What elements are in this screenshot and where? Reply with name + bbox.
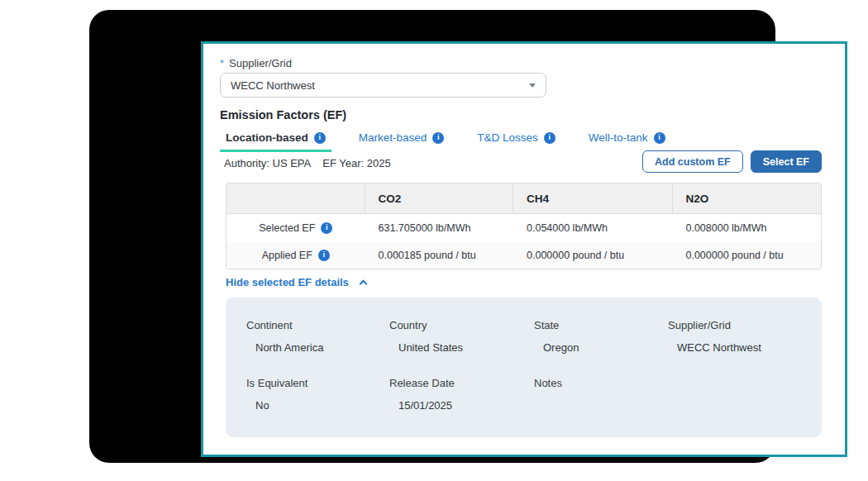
- info-icon[interactable]: i: [432, 132, 444, 144]
- detail-is-equivalent-value: No: [246, 399, 389, 412]
- page: *Supplier/Grid WECC Northwest Emission F…: [0, 0, 868, 481]
- tab-location-based-label: Location-based: [226, 131, 308, 144]
- supplier-grid-label-text: Supplier/Grid: [229, 57, 292, 69]
- tab-well-to-tank-label: Well-to-tank: [589, 131, 648, 144]
- applied-ef-ch4-value: 0.000000 pound / btu: [513, 241, 672, 269]
- table-row-applied-ef: Applied EF i 0.000185 pound / btu 0.0000…: [227, 241, 821, 269]
- tab-location-based[interactable]: Location-based i: [220, 130, 331, 152]
- ef-table-header-co2: CO2: [365, 183, 514, 213]
- supplier-grid-selected-value: WECC Northwest: [231, 79, 529, 92]
- ef-table-header-empty: [227, 183, 365, 213]
- detail-release-date-label: Release Date: [389, 377, 534, 389]
- detail-supplier-grid-label: Supplier/Grid: [668, 319, 822, 331]
- authority-line: Authority: US EPAEF Year: 2025: [224, 157, 403, 169]
- hide-ef-details-label: Hide selected EF details: [226, 276, 349, 288]
- applied-ef-row-label: Applied EF i: [227, 241, 365, 269]
- add-custom-ef-button[interactable]: Add custom EF: [642, 150, 743, 173]
- tab-td-losses[interactable]: T&D Losses i: [471, 130, 561, 151]
- chevron-up-icon: [359, 279, 367, 288]
- ef-table-header-ch4: CH4: [513, 183, 672, 213]
- tab-market-based-label: Market-based: [359, 131, 427, 144]
- detail-notes-label: Notes: [534, 377, 668, 389]
- ef-table-header: CO2 CH4 N2O: [227, 183, 821, 214]
- detail-is-equivalent: Is Equivalent No: [246, 377, 389, 412]
- info-icon[interactable]: i: [318, 250, 330, 261]
- detail-state-label: State: [534, 319, 668, 331]
- selected-ef-row-label: Selected EF i: [227, 214, 365, 241]
- ef-year-text: EF Year: 2025: [322, 157, 390, 169]
- required-asterisk: *: [220, 57, 224, 69]
- ef-actions: Add custom EF Select EF: [642, 150, 822, 173]
- info-icon[interactable]: i: [544, 132, 556, 144]
- tab-well-to-tank[interactable]: Well-to-tank i: [583, 130, 671, 151]
- ef-details-panel: Continent North America Country United S…: [226, 298, 822, 437]
- detail-continent-label: Continent: [246, 319, 389, 331]
- authority-text: Authority: US EPA: [224, 157, 311, 169]
- caret-down-icon: [529, 83, 536, 88]
- window-frame: *Supplier/Grid WECC Northwest Emission F…: [89, 10, 775, 463]
- selected-ef-co2-value: 631.705000 lb/MWh: [365, 214, 514, 241]
- detail-country-value: United States: [389, 341, 534, 354]
- table-row-selected-ef: Selected EF i 631.705000 lb/MWh 0.054000…: [227, 214, 821, 241]
- detail-release-date: Release Date 15/01/2025: [389, 377, 534, 412]
- detail-notes: Notes: [534, 377, 668, 412]
- info-icon[interactable]: i: [321, 222, 332, 234]
- info-icon[interactable]: i: [654, 132, 665, 144]
- ef-table-header-n2o: N2O: [673, 183, 822, 213]
- select-ef-button[interactable]: Select EF: [751, 150, 822, 173]
- detail-country: Country United States: [389, 319, 534, 354]
- selected-ef-label-text: Selected EF: [259, 222, 315, 234]
- ef-tabs: Location-based i Market-based i T&D Loss…: [220, 130, 693, 152]
- detail-continent: Continent North America: [246, 319, 389, 354]
- ef-details-grid: Continent North America Country United S…: [246, 319, 822, 412]
- applied-ef-co2-value: 0.000185 pound / btu: [365, 241, 514, 269]
- supplier-grid-select[interactable]: WECC Northwest: [220, 73, 546, 98]
- selected-ef-n2o-value: 0.008000 lb/MWh: [672, 214, 821, 241]
- detail-state-value: Oregon: [534, 341, 668, 354]
- applied-ef-label-text: Applied EF: [262, 250, 312, 261]
- info-icon[interactable]: i: [314, 132, 326, 144]
- detail-continent-value: North America: [246, 341, 389, 354]
- detail-supplier-grid: Supplier/Grid WECC Northwest: [668, 319, 822, 354]
- detail-release-date-value: 15/01/2025: [389, 399, 534, 412]
- emission-factors-panel: *Supplier/Grid WECC Northwest Emission F…: [201, 41, 847, 457]
- applied-ef-n2o-value: 0.000000 pound / btu: [672, 241, 821, 269]
- section-title: Emission Factors (EF): [220, 108, 346, 121]
- selected-ef-ch4-value: 0.054000 lb/MWh: [513, 214, 672, 241]
- detail-state: State Oregon: [534, 319, 668, 354]
- tab-market-based[interactable]: Market-based i: [353, 130, 451, 151]
- hide-ef-details-toggle[interactable]: Hide selected EF details: [226, 276, 366, 288]
- detail-supplier-grid-value: WECC Northwest: [668, 341, 822, 354]
- tab-td-losses-label: T&D Losses: [477, 131, 538, 144]
- detail-is-equivalent-label: Is Equivalent: [246, 377, 389, 389]
- detail-country-label: Country: [389, 319, 534, 331]
- ef-table: CO2 CH4 N2O Selected EF i 631.705000 lb/…: [226, 183, 822, 269]
- supplier-grid-label: *Supplier/Grid: [220, 57, 292, 69]
